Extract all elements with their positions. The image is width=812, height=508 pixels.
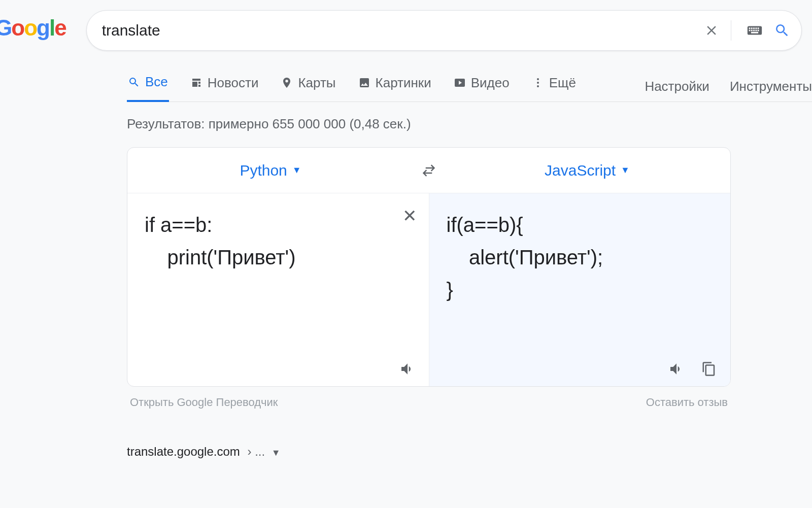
tab-more-label: Ещё xyxy=(549,75,576,91)
result-crumb: › ... xyxy=(247,445,265,458)
caret-down-icon: ▼ xyxy=(621,165,630,176)
feedback-link[interactable]: Оставить отзыв xyxy=(646,396,728,409)
search-tabs: Все Новости Карты Картинки Видео Ещё Нас… xyxy=(127,51,812,102)
tab-video[interactable]: Видео xyxy=(453,72,511,101)
svg-rect-5 xyxy=(758,27,759,29)
target-pane: if(a==b){ alert('Привет'); } xyxy=(429,193,731,386)
svg-rect-4 xyxy=(755,27,757,29)
svg-point-14 xyxy=(537,85,539,87)
search-bar xyxy=(86,10,802,51)
svg-rect-3 xyxy=(753,27,755,29)
tab-news-label: Новости xyxy=(208,75,259,91)
divider xyxy=(731,20,731,41)
clear-source-icon[interactable]: ✕ xyxy=(402,206,417,226)
result-stats: Результатов: примерно 655 000 000 (0,48 … xyxy=(127,102,812,147)
swap-languages-button[interactable] xyxy=(414,163,444,178)
search-icon[interactable] xyxy=(773,21,791,40)
svg-rect-11 xyxy=(751,32,758,33)
tab-maps-label: Карты xyxy=(298,75,335,91)
svg-point-12 xyxy=(537,78,539,80)
tab-all[interactable]: Все xyxy=(127,71,169,102)
svg-point-13 xyxy=(537,82,539,84)
target-language-label: JavaScript xyxy=(545,162,616,179)
caret-down-icon: ▼ xyxy=(292,165,301,176)
translate-card: Python ▼ JavaScript ▼ if a==b: print('Пр… xyxy=(127,147,731,387)
tab-all-label: Все xyxy=(145,74,168,90)
tab-images-label: Картинки xyxy=(376,75,431,91)
tab-video-label: Видео xyxy=(471,75,510,91)
svg-rect-2 xyxy=(751,27,753,29)
svg-rect-6 xyxy=(749,30,751,31)
google-logo[interactable]: Google xyxy=(0,15,66,41)
target-text: if(a==b){ alert('Привет'); } xyxy=(447,209,714,306)
source-pane[interactable]: if a==b: print('Привет') ✕ xyxy=(127,193,429,386)
result-url[interactable]: translate.google.com › ... ▼ xyxy=(127,409,812,459)
listen-source-icon[interactable] xyxy=(398,360,417,378)
listen-target-icon[interactable] xyxy=(667,360,686,378)
svg-rect-1 xyxy=(749,27,751,29)
svg-rect-8 xyxy=(753,30,755,31)
clear-icon[interactable] xyxy=(702,21,721,40)
svg-rect-7 xyxy=(751,30,753,31)
search-input[interactable] xyxy=(102,22,693,39)
source-language-select[interactable]: Python ▼ xyxy=(127,162,414,179)
svg-rect-10 xyxy=(758,30,759,31)
tab-maps[interactable]: Карты xyxy=(280,72,336,101)
source-language-label: Python xyxy=(240,162,287,179)
source-text: if a==b: print('Привет') xyxy=(145,209,412,274)
keyboard-icon[interactable] xyxy=(746,21,764,40)
result-domain: translate.google.com xyxy=(127,445,240,458)
tab-images[interactable]: Картинки xyxy=(357,72,432,101)
tab-news[interactable]: Новости xyxy=(189,72,260,101)
copy-target-icon[interactable] xyxy=(700,360,718,378)
tab-more[interactable]: Ещё xyxy=(531,72,577,101)
caret-down-icon[interactable]: ▼ xyxy=(272,448,281,458)
target-language-select[interactable]: JavaScript ▼ xyxy=(444,162,730,179)
settings-link[interactable]: Настройки xyxy=(645,79,709,94)
open-translate-link[interactable]: Открыть Google Переводчик xyxy=(130,396,278,409)
tools-link[interactable]: Инструменты xyxy=(730,79,812,94)
svg-rect-9 xyxy=(755,30,757,31)
